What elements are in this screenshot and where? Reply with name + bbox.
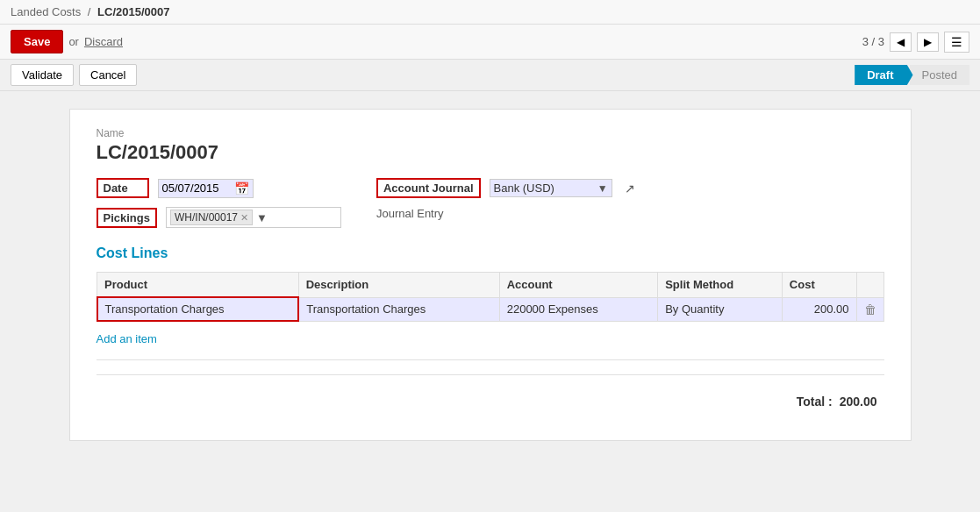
journal-entry-label: Journal Entry (376, 207, 444, 220)
menu-button[interactable]: ☰ (944, 32, 969, 53)
col-product: Product (97, 273, 299, 298)
secondary-actions: Validate Cancel (11, 64, 137, 86)
name-label: Name (97, 127, 884, 139)
divider-1 (97, 359, 884, 360)
toolbar-actions: Save or Discard (11, 30, 123, 53)
table-row: Transportation Charges Transportation Ch… (97, 297, 884, 321)
toolbar-nav: 3 / 3 ◀ ▶ ☰ (862, 32, 969, 53)
account-journal-row: Account Journal Bank (USD) ▼ ↗ (376, 178, 635, 198)
total-row: Total : 200.00 (97, 389, 884, 414)
pickings-dropdown[interactable]: ▼ (256, 211, 268, 224)
left-fields: Date 📅 Pickings WH/IN/00017 ✕ ▼ (97, 178, 341, 228)
add-item-link[interactable]: Add an item (97, 332, 157, 345)
cost-lines-header: Product Description Account Split Method… (97, 273, 884, 298)
calendar-icon[interactable]: 📅 (234, 181, 249, 196)
right-fields: Account Journal Bank (USD) ▼ ↗ Journal E… (376, 178, 635, 220)
total-label: Total : (797, 395, 833, 409)
nav-prev-button[interactable]: ◀ (890, 32, 912, 52)
delete-cell: 🗑 (856, 297, 883, 321)
record-title: LC/2015/0007 (97, 141, 884, 164)
date-label: Date (97, 178, 149, 198)
account-cell: 220000 Expenses (499, 297, 658, 321)
status-bar: Draft Posted (855, 65, 969, 85)
discard-prefix: or (68, 35, 79, 48)
pickings-row: Pickings WH/IN/00017 ✕ ▼ (97, 207, 341, 228)
col-cost: Cost (782, 273, 856, 298)
delete-icon[interactable]: 🗑 (864, 302, 876, 316)
main-content: Name LC/2015/0007 Date 📅 Pickings (0, 91, 980, 459)
pickings-label: Pickings (97, 208, 157, 228)
account-journal-label: Account Journal (376, 178, 481, 198)
save-button[interactable]: Save (11, 30, 63, 53)
picking-tag-text: WH/IN/00017 (175, 211, 238, 224)
pickings-input-wrapper: WH/IN/00017 ✕ ▼ (166, 207, 341, 228)
cost-lines-table: Product Description Account Split Method… (97, 272, 884, 322)
nav-next-button[interactable]: ▶ (917, 32, 939, 52)
cost-cell: 200.00 (782, 297, 856, 321)
nav-info: 3 / 3 (862, 35, 884, 48)
split-method-cell: By Quantity (658, 297, 783, 321)
secondary-toolbar: Validate Cancel Draft Posted (0, 60, 980, 91)
picking-tag: WH/IN/00017 ✕ (170, 210, 253, 225)
col-action (856, 273, 883, 298)
main-toolbar: Save or Discard 3 / 3 ◀ ▶ ☰ (0, 25, 980, 60)
picking-tag-remove[interactable]: ✕ (240, 212, 248, 224)
date-row: Date 📅 (97, 178, 341, 198)
cost-lines-body: Transportation Charges Transportation Ch… (97, 297, 884, 321)
date-input-wrapper: 📅 (158, 179, 254, 198)
description-cell: Transportation Charges (298, 297, 499, 321)
total-value: 200.00 (840, 395, 877, 409)
validate-button[interactable]: Validate (11, 64, 74, 86)
journal-select-value: Bank (USD) (494, 181, 597, 195)
breadcrumb-current: LC/2015/0007 (97, 5, 169, 18)
product-cell[interactable]: Transportation Charges (97, 297, 299, 321)
col-description: Description (298, 273, 499, 298)
journal-select-arrow[interactable]: ▼ (597, 182, 608, 195)
discard-button[interactable]: Discard (84, 35, 123, 48)
col-split-method: Split Method (658, 273, 783, 298)
journal-select-wrapper: Bank (USD) ▼ (490, 179, 612, 197)
divider-2 (97, 374, 884, 375)
journal-entry-row: Journal Entry (376, 207, 635, 220)
journal-external-link-icon[interactable]: ↗ (625, 181, 635, 196)
cancel-button[interactable]: Cancel (79, 64, 137, 86)
breadcrumb-parent[interactable]: Landed Costs (11, 5, 81, 18)
col-account: Account (499, 273, 658, 298)
cost-lines-title: Cost Lines (97, 245, 884, 261)
form-fields: Date 📅 Pickings WH/IN/00017 ✕ ▼ (97, 178, 884, 228)
breadcrumb-separator: / (88, 5, 91, 18)
form-card: Name LC/2015/0007 Date 📅 Pickings (69, 109, 912, 441)
breadcrumb: Landed Costs / LC/2015/0007 (0, 0, 980, 25)
status-draft: Draft (855, 65, 912, 85)
date-input[interactable] (162, 181, 232, 195)
status-posted: Posted (910, 65, 969, 85)
